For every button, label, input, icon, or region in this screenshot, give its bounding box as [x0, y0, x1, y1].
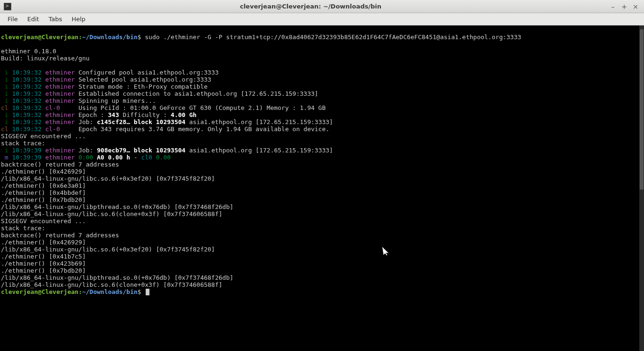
log-line: i 10:39:32 ethminer Spinning up miners..…	[1, 97, 156, 104]
prompt-path-2: ~/Downloads/bin	[82, 288, 137, 295]
prompt-dollar: $	[138, 33, 141, 41]
log-line: i 10:39:39 ethminer Job: 908ecb79… block…	[1, 147, 333, 154]
log-line: i 10:39:32 ethminer Established connecti…	[1, 90, 318, 97]
terminal-scrollbar[interactable]	[639, 25, 644, 351]
log-line: i 10:39:32 ethminer Epoch : 343 Difficul…	[1, 111, 197, 118]
prompt-user-2: cleverjean@Cleverjean	[1, 288, 78, 295]
menu-help[interactable]: Help	[67, 14, 91, 24]
log-line: i 10:39:32 ethminer Stratum mode : Eth-P…	[1, 83, 207, 90]
window-title: cleverjean@Cleverjean: ~/Downloads/bin	[15, 3, 606, 10]
trace-line: ./ethminer() [0x423b69]	[1, 260, 86, 267]
prompt-path: ~/Downloads/bin	[82, 33, 137, 41]
menu-file[interactable]: File	[3, 14, 23, 24]
trace-line: /lib/x86_64-linux-gnu/libpthread.so.0(+0…	[1, 274, 233, 281]
window-minimize-button[interactable]: –	[608, 2, 618, 11]
terminal-viewport[interactable]: cleverjean@Cleverjean:~/Downloads/bin$ s…	[0, 25, 644, 351]
trace-line: /lib/x86_64-linux-gnu/libc.so.6(+0x3ef20…	[1, 175, 215, 182]
window-titlebar: cleverjean@Cleverjean: ~/Downloads/bin –…	[0, 0, 644, 13]
trace-line: ./ethminer() [0x7bdb20]	[1, 196, 86, 203]
terminal-app-icon	[4, 3, 11, 10]
header-line1: ethminer 0.18.0	[1, 48, 56, 55]
trace-line: ./ethminer() [0x426929]	[1, 239, 86, 246]
stacktrace-line: stack trace:	[1, 140, 45, 147]
prompt-user: cleverjean@Cleverjean	[1, 33, 78, 41]
trace-line: ./ethminer() [0x426929]	[1, 168, 86, 175]
log-line: cl 10:39:32 cl-0 Epoch 343 requires 3.74…	[1, 125, 330, 133]
trace-line: backtrace() returned 7 addresses	[1, 161, 119, 168]
scrollbar-thumb[interactable]	[640, 29, 644, 190]
window-close-button[interactable]: ×	[631, 2, 640, 11]
trace-line: ./ethminer() [0x7bdb20]	[1, 267, 86, 274]
menu-edit[interactable]: Edit	[23, 14, 44, 24]
trace-line: /lib/x86_64-linux-gnu/libc.so.6(+0x3ef20…	[1, 246, 215, 253]
log-line: i 10:39:32 ethminer Selected pool asia1.…	[1, 76, 211, 83]
trace-line: ./ethminer() [0x4bbdef]	[1, 189, 86, 196]
menu-tabs[interactable]: Tabs	[44, 14, 67, 24]
trace-line: SIGSEGV encountered ...	[1, 217, 86, 225]
trace-line: ./ethminer() [0x6e3a01]	[1, 182, 86, 189]
trace-line: backtrace() returned 7 addresses	[1, 232, 119, 239]
command-input: sudo ./ethminer -G -P stratum1+tcp://0x8…	[145, 33, 521, 41]
trace-line: /lib/x86_64-linux-gnu/libc.so.6(clone+0x…	[1, 281, 223, 288]
trace-line: stack trace:	[1, 225, 45, 232]
sigsegv-line: SIGSEGV encountered ...	[1, 133, 86, 140]
menu-bar: File Edit Tabs Help	[0, 13, 644, 25]
header-line2: Build: linux/release/gnu	[1, 55, 90, 62]
window-maximize-button[interactable]: +	[619, 2, 629, 11]
trace-line: ./ethminer() [0x41b7c5]	[1, 253, 86, 260]
terminal-cursor	[146, 289, 149, 295]
trace-line: /lib/x86_64-linux-gnu/libc.so.6(clone+0x…	[1, 210, 223, 217]
trace-line: /lib/x86_64-linux-gnu/libpthread.so.0(+0…	[1, 203, 233, 210]
log-line: cl 10:39:32 cl-0 Using PciId : 01:00.0 G…	[1, 104, 326, 111]
log-line: i 10:39:32 ethminer Job: c145cf28… block…	[1, 118, 333, 125]
log-line: i 10:39:32 ethminer Configured pool asia…	[1, 69, 219, 76]
stat-line: m 10:39:39 ethminer 0:00 A0 0.00 h - cl0…	[1, 154, 171, 161]
